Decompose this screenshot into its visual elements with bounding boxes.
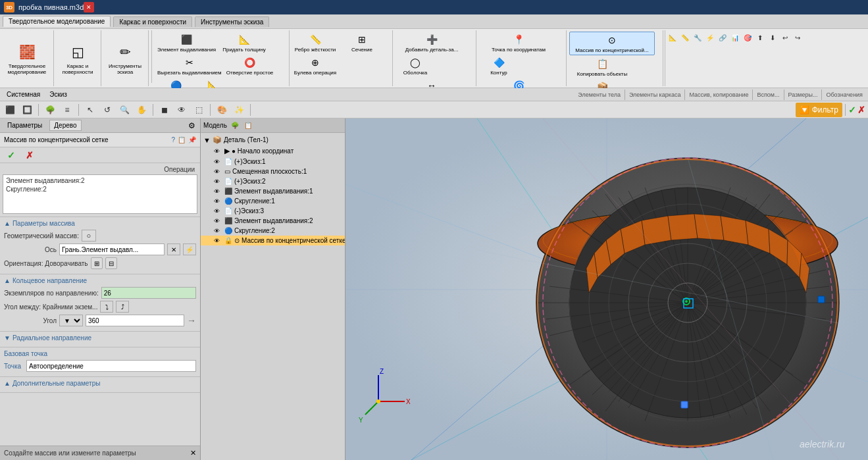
misc-btn-1[interactable]: 📐 (667, 32, 678, 43)
section-btn[interactable]: ⊞ Сечение (339, 32, 385, 54)
sub-btn-1[interactable]: ⬛ (3, 103, 17, 117)
feature-icon-2[interactable]: 📌 (188, 136, 196, 143)
misc-btn-4[interactable]: ⚡ (704, 32, 716, 43)
close-button[interactable]: ✕ (84, 2, 94, 13)
sub-btn-wire[interactable]: ⬚ (191, 103, 206, 117)
sketch-tools-btn[interactable]: ✏ Инструменты эскиза (104, 40, 146, 76)
eye-extrude1[interactable]: 👁 (214, 188, 220, 195)
eye-sketch2[interactable]: 👁 (214, 178, 220, 185)
copy-objects-btn[interactable]: 📋 Копировать объекты (569, 56, 635, 78)
eye-offset[interactable]: 👁 (214, 168, 220, 175)
axis-input[interactable] (59, 243, 165, 255)
sub-btn-pan[interactable]: ✋ (134, 103, 149, 117)
misc-btn-10[interactable]: ↩ (779, 32, 791, 43)
tree-item-offset[interactable]: 👁 ▭ Смещенная плоскость:1 (201, 166, 345, 176)
menu-system[interactable]: Системная (3, 89, 44, 99)
eye-sketch1[interactable]: 👁 (214, 159, 220, 165)
orient-btn-2[interactable]: ⊟ (105, 257, 117, 269)
op-item-0[interactable]: Элемент выдавливания:2 (6, 176, 194, 185)
sub-btn-list[interactable]: ≡ (60, 103, 74, 117)
add-thickness-btn[interactable]: 📐 Придать толщину (218, 32, 270, 54)
mass-concentric-btn[interactable]: ⊙ Массив по концентрической... (569, 32, 655, 55)
tab-wireframe[interactable]: Каркас и поверхности (113, 16, 192, 27)
sub-btn-cursor[interactable]: ↖ (83, 103, 97, 117)
misc-btn-11[interactable]: ↪ (792, 32, 804, 43)
params-massa-title[interactable]: ▲ Параметры массива (4, 220, 196, 227)
angle-btn-1[interactable]: ⤵ (100, 301, 113, 313)
axis-clear-btn[interactable]: ✕ (167, 243, 180, 255)
misc-btn-6[interactable]: 📊 (729, 32, 741, 43)
tree-icon-1[interactable]: 🌳 (230, 120, 240, 131)
tab-sketch-tools[interactable]: Инструменты эскиза (195, 16, 269, 27)
contour-btn[interactable]: 🔷 Контур (479, 55, 519, 77)
base-point-input[interactable] (26, 360, 196, 372)
eye-fillet2[interactable]: 👁 (214, 228, 220, 234)
ok-btn[interactable]: ✓ (4, 148, 18, 163)
misc-btn-7[interactable]: 🎯 (742, 32, 753, 43)
tree-item-detail[interactable]: ▼ 📦 Деталь (Тел-1) (201, 134, 345, 145)
boolean-btn[interactable]: ⊕ Булева операция (292, 55, 338, 77)
tree-icon-2[interactable]: 📋 (243, 120, 253, 131)
misc-btn-9[interactable]: ⬇ (767, 32, 779, 43)
sub-btn-zoom[interactable]: 🔍 (117, 103, 132, 117)
op-item-1[interactable]: Скругление:2 (6, 185, 194, 193)
misc-btn-8[interactable]: ⬆ (754, 32, 766, 43)
sub-btn-render[interactable]: ✨ (232, 103, 246, 117)
tree-item-fillet1[interactable]: 👁 🔵 Скругление:1 (201, 196, 345, 206)
tab-solid-modeling[interactable]: Твердотельное моделирование (3, 16, 111, 27)
cancel-btn[interactable]: ✗ (22, 148, 37, 163)
feature-icon-1[interactable]: 📋 (178, 136, 186, 143)
eye-extrude2[interactable]: 👁 (214, 218, 220, 224)
orient-btn-1[interactable]: ⊞ (91, 257, 103, 269)
geom-mass-toggle[interactable]: ○ (82, 230, 96, 242)
angle-select[interactable]: ▼ (59, 315, 83, 326)
misc-btn-2[interactable]: 📏 (679, 32, 691, 43)
shell-btn[interactable]: ◯ Оболочка (396, 55, 435, 77)
misc-btn-5[interactable]: 🔗 (717, 32, 728, 43)
tree-item-fillet2[interactable]: 👁 🔵 Скругление:2 (201, 226, 345, 236)
base-point-link[interactable]: Точка (4, 363, 21, 370)
tree-item-mass[interactable]: 👁 🔒 ⊙ Массив по концентрической сетке (201, 236, 345, 245)
help-btn[interactable]: ? (171, 136, 175, 143)
eye-mass[interactable]: 👁 (214, 238, 220, 244)
params-tab[interactable]: Параметры (3, 120, 47, 131)
extra-params-title[interactable]: ▲ Дополнительные параметры (4, 380, 196, 387)
point-coords-btn[interactable]: 📍 Точка по координатам (479, 32, 558, 54)
eye-origin[interactable]: 👁 (214, 148, 220, 155)
sub-btn-tree[interactable]: 🌳 (43, 103, 57, 117)
tree-item-extrude2[interactable]: 👁 ⬛ Элемент выдавливания:2 (201, 216, 345, 226)
rib-btn[interactable]: 📏 Ребро жёсткости (292, 32, 338, 54)
solid-modeling-btn[interactable]: 🧱 Твердотельное моделирование (3, 40, 51, 76)
tree-item-origin[interactable]: 👁 ▶ ● Начало координат (201, 145, 345, 157)
tree-item-sketch2[interactable]: 👁 📄 (+)Эскиз:2 (201, 176, 345, 186)
reject-btn[interactable]: ✗ (857, 105, 865, 115)
simple-hole-btn[interactable]: ⭕ Отверстие простое (224, 55, 276, 77)
tree-item-extrude1[interactable]: 👁 ⬛ Элемент выдавливания:1 (201, 186, 345, 196)
tree-item-sketch1[interactable]: 👁 📄 (+)Эскиз:1 (201, 157, 345, 166)
angle-btn-2[interactable]: ⤴ (116, 301, 129, 313)
instances-input[interactable] (101, 287, 196, 299)
tree-item-sketch3[interactable]: 👁 📄 (-)Эскиз:3 (201, 206, 345, 216)
sub-btn-shade[interactable]: 🎨 (215, 103, 229, 117)
cut-extrude-btn[interactable]: ✂ Вырезать выдавливанием (156, 55, 223, 77)
accept-btn[interactable]: ✓ (848, 105, 856, 115)
status-close-btn[interactable]: ✕ (190, 449, 196, 457)
sub-btn-rotate[interactable]: ↺ (100, 103, 115, 117)
element-extrude-btn[interactable]: ⬛ Элемент выдавливания (156, 32, 217, 54)
params-gear-icon[interactable]: ⚙ (186, 120, 197, 131)
eye-fillet1[interactable]: 👁 (214, 198, 220, 205)
axis-extra-btn[interactable]: ⚡ (183, 243, 196, 255)
misc-btn-3[interactable]: 🔧 (692, 32, 703, 43)
angle-input[interactable] (86, 315, 184, 326)
add-detail-btn[interactable]: ➕ Добавить деталь-за... (396, 32, 468, 54)
sub-btn-2[interactable]: 🔲 (20, 103, 34, 117)
sub-btn-cube[interactable]: ◼ (157, 103, 172, 117)
menu-sketch[interactable]: Эскиз (45, 89, 71, 99)
radial-direction-title[interactable]: ▼ Радиальное направление (4, 334, 196, 342)
ring-direction-title[interactable]: ▲ Кольцевое направление (4, 277, 196, 284)
eye-sketch3[interactable]: 👁 (214, 208, 220, 215)
tree-tab[interactable]: Дерево (49, 120, 81, 131)
filter-btn[interactable]: 🔽 Фильтр (796, 103, 842, 117)
wireframe-btn[interactable]: ◱ Каркас и поверхности (57, 40, 99, 76)
sub-btn-view[interactable]: 👁 (174, 103, 189, 117)
